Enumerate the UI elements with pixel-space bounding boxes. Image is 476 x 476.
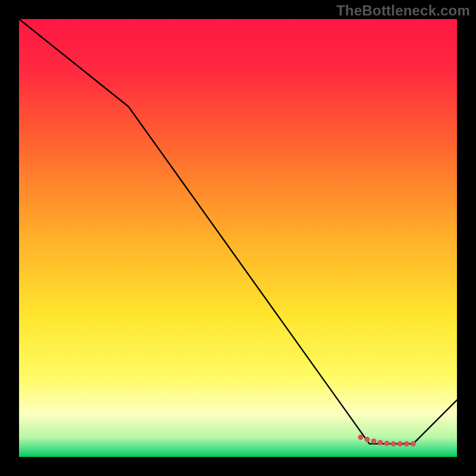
marker-dot [397,441,403,446]
marker-dot [358,434,364,440]
marker-dot [371,439,377,444]
chart-svg [19,19,457,457]
plot-area [19,19,457,457]
marker-dot [411,441,416,446]
marker-dot [365,437,370,442]
watermark-text: TheBottleneck.com [336,2,470,19]
gradient-rect [19,19,457,457]
marker-dot [384,441,390,446]
chart-frame: TheBottleneck.com [0,0,476,476]
marker-dot [391,441,396,446]
marker-dot [378,440,383,445]
marker-dot [404,441,409,446]
